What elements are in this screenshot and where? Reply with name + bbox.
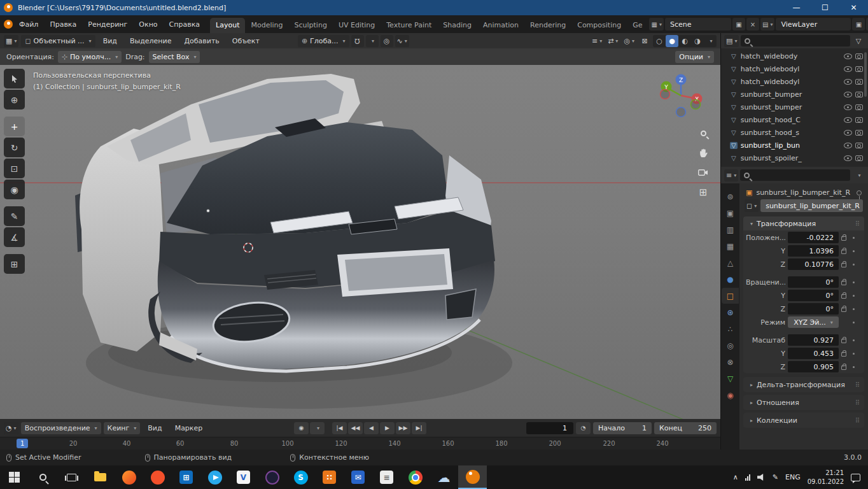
menu-render[interactable]: Рендеринг xyxy=(83,18,132,31)
autokey-dropdown[interactable]: ▾ xyxy=(310,422,325,434)
outliner-item[interactable]: ▽hatch_widebodyl xyxy=(721,75,868,88)
next-keyframe-button[interactable]: ▶▶ xyxy=(396,422,410,434)
measure-tool[interactable]: ∡ xyxy=(4,227,25,247)
rotation-mode-dropdown[interactable]: XYZ Эй...▾ xyxy=(788,316,839,328)
camera-view-button[interactable] xyxy=(696,166,710,180)
outliner-item[interactable]: ▽sunburst_spoiler_ xyxy=(721,152,868,164)
animate-dot[interactable] xyxy=(853,308,855,310)
animate-dot[interactable] xyxy=(853,339,855,341)
lock-icon[interactable] xyxy=(841,339,846,343)
shading-wireframe-button[interactable]: ○ xyxy=(653,35,666,47)
disable-render-toggle[interactable] xyxy=(855,104,863,110)
hide-viewport-toggle[interactable] xyxy=(844,104,852,110)
navigation-gizmo[interactable]: Z X Y xyxy=(658,73,704,120)
animate-dot[interactable] xyxy=(853,237,855,239)
transform-tool[interactable]: ◉ xyxy=(4,180,25,199)
location-z-field[interactable]: 0.10776 xyxy=(788,259,839,270)
workspace-tab-modeling[interactable]: Modeling xyxy=(245,18,288,33)
move-tool[interactable]: + xyxy=(4,117,25,136)
window-titlebar[interactable]: Blender [C:\Users\79179\Documents\untitl… xyxy=(0,0,868,15)
volume-icon[interactable] xyxy=(757,474,766,481)
browse-viewlayer-button[interactable]: ▤▾ xyxy=(760,18,774,31)
render-tab[interactable]: ▣ xyxy=(722,205,739,221)
lock-icon[interactable] xyxy=(841,352,846,357)
frame-end-field[interactable]: Конец250 xyxy=(654,422,717,434)
menu-select[interactable]: Выделение xyxy=(125,35,177,47)
rotation-x-field[interactable]: 0° xyxy=(788,276,839,288)
menu-marker[interactable]: Маркер xyxy=(170,422,208,434)
animate-dot[interactable] xyxy=(853,281,855,283)
autokey-button[interactable]: ◉ xyxy=(294,422,309,434)
editor-type-button[interactable]: ▦▾ xyxy=(4,35,18,47)
browse-scene-button[interactable]: ▦▾ xyxy=(649,18,663,31)
workspace-tab-texture-paint[interactable]: Texture Paint xyxy=(381,18,437,33)
hide-viewport-toggle[interactable] xyxy=(844,117,852,123)
pan-button[interactable] xyxy=(696,146,710,160)
network-icon[interactable] xyxy=(745,474,750,481)
tor-browser-button[interactable] xyxy=(258,465,286,489)
notes-app-button[interactable]: ≡ xyxy=(372,465,401,489)
lock-icon[interactable] xyxy=(841,250,846,254)
outliner-filter-button[interactable]: ▽ xyxy=(852,35,865,47)
object-tab[interactable]: □ xyxy=(722,288,739,304)
car-model[interactable] xyxy=(75,74,512,409)
hide-viewport-toggle[interactable] xyxy=(844,130,852,136)
outliner-item[interactable]: ▽sunburst_hood_C xyxy=(721,113,868,126)
disable-render-toggle[interactable] xyxy=(855,117,863,123)
menu-timeline-view[interactable]: Вид xyxy=(143,422,167,434)
outliner-item[interactable]: ▽sunburst_bumper xyxy=(721,88,868,101)
workspace-tab-rendering[interactable]: Rendering xyxy=(524,18,571,33)
workspace-tab-shading[interactable]: Shading xyxy=(437,18,477,33)
outliner-item[interactable]: ▽sunburst_bumper xyxy=(721,101,868,113)
orientation-setting-dropdown[interactable]: ⊹По умолч...▾ xyxy=(58,51,122,63)
toggle-ortho-button[interactable]: ⊞ xyxy=(696,185,710,199)
add-cube-tool[interactable]: ⊞ xyxy=(4,254,25,274)
transform-panel-header[interactable]: ▾ Трансформация ⠿ xyxy=(743,216,864,230)
disable-render-toggle[interactable] xyxy=(855,130,863,136)
delta-transform-panel-header[interactable]: ▸Дельта-трансформация⠿ xyxy=(743,377,864,392)
drag-setting-dropdown[interactable]: Select Box▾ xyxy=(149,51,200,63)
rotation-z-field[interactable]: 0° xyxy=(788,303,839,315)
rotation-y-field[interactable]: 0° xyxy=(788,290,839,301)
animate-dot[interactable] xyxy=(853,353,855,355)
proportional-editing-toggle[interactable]: ◎ xyxy=(381,35,393,47)
object-visibility-dropdown[interactable]: ≡▾ xyxy=(590,35,604,47)
action-center-icon[interactable] xyxy=(851,474,860,481)
view-layer-tab[interactable]: ▦ xyxy=(722,238,739,254)
skype-button[interactable]: S xyxy=(286,465,315,489)
current-frame-field[interactable]: 1 xyxy=(526,422,573,434)
zoom-button[interactable] xyxy=(696,126,710,140)
animate-dot[interactable] xyxy=(853,264,855,266)
pin-icon[interactable] xyxy=(857,190,862,195)
firefox-button[interactable] xyxy=(115,465,143,489)
snap-dropdown[interactable]: ▾ xyxy=(366,35,379,47)
pen-icon[interactable]: ✎ xyxy=(773,473,778,481)
workspace-tab-compositing[interactable]: Compositing xyxy=(571,18,627,33)
outliner-item[interactable]: ▽sunburst_hood_s xyxy=(721,126,868,139)
outliner-editor-type-button[interactable]: ▤▾ xyxy=(724,35,739,47)
play-button[interactable]: ▶ xyxy=(380,422,395,434)
playback-dropdown[interactable]: Воспроизведение▾ xyxy=(21,422,101,434)
output-tab[interactable]: ▥ xyxy=(722,222,739,237)
frame-start-field[interactable]: Начало1 xyxy=(593,422,652,434)
properties-search-input[interactable] xyxy=(740,169,850,181)
modifiers-tab[interactable]: ⊛ xyxy=(722,304,739,320)
file-explorer-button[interactable] xyxy=(86,465,115,489)
object-id-icon-button[interactable]: ◻▾ xyxy=(745,199,759,212)
taskbar-clock[interactable]: 21:21 09.01.2022 xyxy=(808,469,844,486)
browser-button[interactable] xyxy=(143,465,172,489)
constraints-tab[interactable]: ⊗ xyxy=(722,354,739,370)
scale-y-field[interactable]: 0.453 xyxy=(788,348,839,359)
material-tab[interactable]: ◉ xyxy=(722,387,739,403)
select-box-tool[interactable] xyxy=(4,69,25,89)
current-frame-indicator[interactable]: 1 xyxy=(17,439,28,448)
properties-editor-type-button[interactable]: ≡▾ xyxy=(724,169,738,181)
cloud-app-button[interactable]: ☁ xyxy=(430,465,458,489)
preview-range-button[interactable]: ◔ xyxy=(576,422,591,434)
workspace-tab-animation[interactable]: Animation xyxy=(477,18,524,33)
particles-tab[interactable]: ∴ xyxy=(722,321,739,337)
outliner-scrollbar[interactable] xyxy=(864,52,867,97)
new-viewlayer-button[interactable]: ▣ xyxy=(852,18,865,31)
options-dropdown[interactable]: Опции▾ xyxy=(675,51,714,63)
language-indicator[interactable]: ENG xyxy=(785,473,801,481)
